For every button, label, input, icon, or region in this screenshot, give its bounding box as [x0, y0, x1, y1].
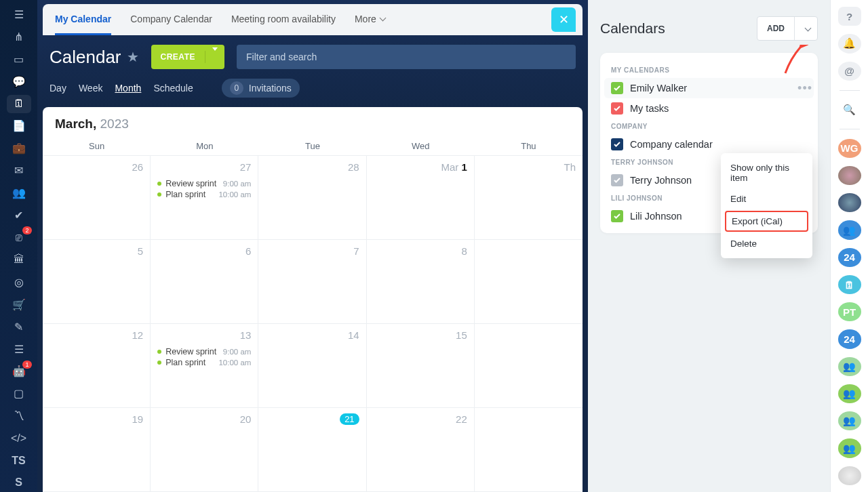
add-button[interactable]: ADD — [757, 16, 818, 41]
calendar-cell[interactable]: 14 — [258, 324, 366, 408]
avatar-wg[interactable]: WG — [838, 139, 861, 158]
calendar-cell[interactable]: 15 — [367, 324, 475, 408]
check-icon[interactable]: ✔ — [7, 206, 31, 224]
view-schedule[interactable]: Schedule — [153, 83, 193, 94]
group-icon-4[interactable]: 👥 — [838, 411, 861, 430]
top-tabs: My Calendar Company Calendar Meeting roo… — [43, 4, 583, 35]
search-icon[interactable]: 🔍 — [838, 100, 861, 119]
calendar-cell[interactable] — [475, 408, 583, 492]
calendar-cell[interactable]: 13Review sprint9:00 amPlan sprint10:00 a… — [151, 324, 258, 408]
dow-row: SunMonTueWedThu — [43, 137, 583, 156]
tab-more[interactable]: More — [355, 4, 385, 35]
create-button[interactable]: CREATE — [151, 45, 224, 69]
create-dropdown[interactable] — [205, 51, 224, 63]
group-icon-1[interactable]: 👥 — [838, 220, 861, 239]
avatar-2[interactable] — [838, 193, 861, 212]
calendar-cell[interactable]: 26 — [43, 156, 151, 240]
checkbox-icon[interactable] — [611, 138, 623, 150]
view-week[interactable]: Week — [79, 83, 103, 94]
header-row: Calendar ★ CREATE Filter and search — [37, 35, 588, 76]
code-icon[interactable]: </> — [7, 429, 31, 447]
cal-rail-icon[interactable]: 🗓 — [838, 275, 861, 294]
calendar-cell[interactable]: 19 — [43, 408, 151, 492]
cal-item-emily[interactable]: Emily Walker ••• — [604, 78, 814, 98]
avatar-1[interactable] — [838, 166, 861, 185]
main-area: My Calendar Company Calendar Meeting roo… — [37, 0, 588, 492]
checkbox-icon[interactable] — [611, 210, 623, 222]
calendar-cell[interactable]: Th — [475, 156, 583, 240]
help-icon[interactable]: ? — [838, 7, 861, 26]
ts-item[interactable]: TS — [7, 451, 31, 470]
briefcase-icon[interactable]: 💼 — [7, 139, 31, 157]
right-rail: ? 🔔 @ 🔍 WG 👥 24 🗓 PT 24 👥 👥 👥 👥 — [830, 0, 868, 492]
checkbox-icon[interactable] — [611, 102, 623, 115]
calendar-cell[interactable]: 8 — [367, 240, 475, 324]
item-menu-button[interactable]: ••• — [797, 81, 812, 96]
file-icon[interactable]: 📄 — [7, 117, 31, 136]
calendar-cell[interactable] — [475, 240, 583, 324]
close-panel-button[interactable]: ✕ — [551, 7, 576, 32]
bell-icon[interactable]: 🔔 — [838, 34, 861, 53]
calendar-cell[interactable]: 27Review sprint9:00 amPlan sprint10:00 a… — [151, 156, 258, 240]
calendar-cell[interactable]: 7 — [258, 240, 366, 324]
tab-company-calendar[interactable]: Company Calendar — [130, 4, 212, 35]
panel-title: Calendars — [600, 20, 665, 37]
box-icon[interactable]: ▢ — [7, 384, 31, 403]
cal-item-tasks[interactable]: My tasks — [611, 98, 807, 119]
people-icon[interactable]: 👥 — [7, 184, 31, 202]
invitations-pill[interactable]: 0 Invitations — [222, 79, 300, 98]
calendar-grid: 2627Review sprint9:00 amPlan sprint10:00… — [43, 156, 583, 492]
search-input[interactable]: Filter and search — [237, 45, 576, 69]
bank-icon[interactable]: 🏛 — [7, 251, 31, 269]
calendar-cell[interactable]: 6 — [151, 240, 258, 324]
at-icon[interactable]: @ — [838, 62, 861, 81]
calendar-cell[interactable]: 22 — [367, 408, 475, 492]
calendar-cell[interactable]: 5 — [43, 240, 151, 324]
avatar-3[interactable] — [838, 466, 861, 485]
calendar-cell[interactable]: 21 — [258, 408, 366, 492]
chart-icon[interactable]: 〽 — [7, 407, 31, 425]
tab-my-calendar[interactable]: My Calendar — [55, 4, 111, 35]
month-title: March, 2023 — [43, 107, 583, 137]
filter-icon[interactable]: ⎚2 — [7, 228, 31, 247]
calendar-cell[interactable]: 28 — [258, 156, 366, 240]
group-icon-3[interactable]: 👥 — [838, 384, 861, 403]
calendar-cell[interactable]: Mar 1 — [367, 156, 475, 240]
star-icon[interactable]: ★ — [127, 49, 139, 65]
avatar-pt[interactable]: PT — [838, 302, 861, 321]
n24-icon-2[interactable]: 24 — [838, 329, 861, 348]
cart-icon[interactable]: 🛒 — [7, 295, 31, 314]
calendars-panel: Calendars ADD MY CALENDARS Emily Walker … — [588, 0, 830, 492]
cal-item-company[interactable]: Company calendar — [611, 134, 807, 155]
doc-icon[interactable]: ▭ — [7, 50, 31, 68]
calendar-cell[interactable]: 12 — [43, 324, 151, 408]
menu-show-only[interactable]: Show only this item — [721, 157, 812, 188]
mail-icon[interactable]: ✉ — [7, 161, 31, 180]
add-dropdown[interactable] — [794, 17, 817, 40]
calendars-card: MY CALENDARS Emily Walker ••• My tasks C… — [600, 53, 818, 233]
checkbox-icon[interactable] — [611, 174, 623, 186]
menu-icon[interactable]: ☰ — [7, 5, 31, 24]
view-day[interactable]: Day — [50, 83, 66, 94]
calendar-cell[interactable]: 20 — [151, 408, 258, 492]
group-icon-5[interactable]: 👥 — [838, 438, 861, 457]
chat-icon[interactable]: 💬 — [7, 73, 31, 91]
s-item[interactable]: S — [7, 474, 31, 492]
menu-export-ical[interactable]: Export (iCal) — [725, 211, 808, 232]
calendar-icon[interactable]: 🗓 — [7, 95, 31, 113]
view-month[interactable]: Month — [115, 83, 141, 94]
menu-delete[interactable]: Delete — [721, 233, 812, 254]
target-icon[interactable]: ◎ — [7, 273, 31, 291]
tab-meeting-room[interactable]: Meeting room availability — [231, 4, 336, 35]
robot-icon[interactable]: 🤖1 — [7, 363, 31, 381]
checkbox-icon[interactable] — [611, 82, 623, 94]
menu-edit[interactable]: Edit — [721, 188, 812, 209]
dow-cell: Thu — [475, 137, 583, 155]
id-icon[interactable]: ☰ — [7, 340, 31, 358]
dow-cell: Sun — [43, 137, 151, 155]
group-icon-2[interactable]: 👥 — [838, 357, 861, 376]
calendar-cell[interactable] — [475, 324, 583, 408]
sign-icon[interactable]: ✎ — [7, 318, 31, 336]
n24-icon-1[interactable]: 24 — [838, 248, 861, 267]
network-icon[interactable]: ⋔ — [7, 28, 31, 46]
